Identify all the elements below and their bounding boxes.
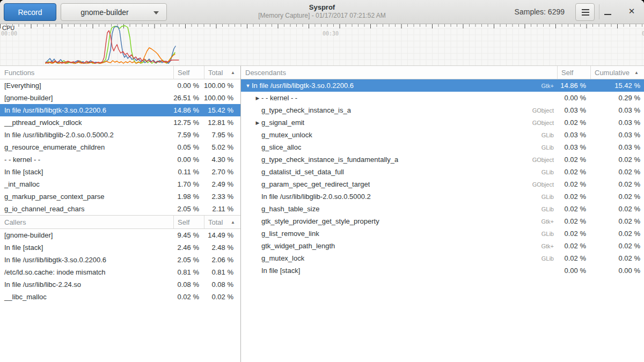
function-name: _int_malloc [0, 180, 173, 188]
table-row[interactable]: In file /usr/lib/libc-2.24.so 0.08 % 0.0… [0, 278, 240, 291]
function-name: In file [stack] [0, 243, 173, 252]
self-percent: 12.75 % [173, 119, 204, 127]
function-name: In file /usr/lib/libglib-2.0.so.0.5000.2 [261, 193, 371, 201]
table-row[interactable]: - - kernel - - 0.00 % 4.30 % [0, 153, 240, 166]
self-percent: 0.11 % [173, 168, 204, 176]
cumulative-percent: 0.02 % [590, 217, 644, 225]
self-percent: 0.02 % [557, 254, 590, 262]
function-name-cell: g_slice_alloc GLib [241, 143, 557, 151]
time-label-start: 00:00 [1, 31, 17, 36]
function-name-cell: g_param_spec_get_redirect_target GObject [241, 180, 557, 188]
function-name: In file /usr/lib/libgtk-3.so.0.2200.6 [0, 256, 173, 264]
total-percent: 0.81 % [204, 268, 240, 276]
table-row[interactable]: [gnome-builder] 9.45 % 14.49 % [0, 229, 240, 241]
tree-row[interactable]: g_hash_table_size GLib 0.02 % 0.02 % [241, 203, 644, 215]
cumulative-column-header[interactable]: Cumulative ▲ [590, 66, 644, 79]
total-percent: 7.95 % [204, 131, 240, 139]
menu-button[interactable] [575, 3, 595, 21]
total-column-label: Total [208, 69, 223, 77]
record-button[interactable]: Record [4, 3, 56, 21]
table-row[interactable]: In file [stack] 0.11 % 2.70 % [0, 166, 240, 178]
tree-row[interactable]: g_slice_alloc GLib 0.03 % 0.03 % [241, 141, 644, 153]
total-percent: 100.00 % [204, 94, 240, 102]
self-column-header[interactable]: Self [173, 66, 204, 79]
tree-row[interactable]: g_list_remove_link GLib 0.02 % 0.02 % [241, 227, 644, 240]
library-tag: GObject [527, 120, 557, 126]
tree-row[interactable]: g_datalist_id_set_data_full GLib 0.02 % … [241, 166, 644, 178]
table-row[interactable]: g_markup_parse_context_parse 1.98 % 2.33… [0, 190, 240, 203]
callers-rows: [gnome-builder] 9.45 % 14.49 % In file [… [0, 229, 240, 303]
function-name: g_hash_table_size [261, 205, 319, 213]
table-row[interactable]: /etc/ld.so.cache: inode mismatch 0.81 % … [0, 266, 240, 278]
callers-column-header[interactable]: Callers [0, 216, 173, 228]
close-icon: ✕ [628, 6, 635, 16]
function-name-cell: In file [stack] [241, 267, 557, 275]
table-row[interactable]: __pthread_rwlock_rdlock 12.75 % 12.81 % [0, 116, 240, 129]
tree-row[interactable]: g_mutex_unlock GLib 0.03 % 0.03 % [241, 129, 644, 141]
total-percent: 2.33 % [204, 193, 240, 201]
library-tag: Gtk+ [536, 243, 557, 249]
process-selector-dropdown[interactable]: gnome-builder [61, 3, 167, 21]
functions-rows: [Everything] 0.00 % 100.00 % [gnome-buil… [0, 79, 240, 215]
tree-row[interactable]: g_param_spec_get_redirect_target GObject… [241, 178, 644, 190]
function-name-cell: g_datalist_id_set_data_full GLib [241, 168, 557, 176]
self-percent: 0.00 % [173, 156, 204, 164]
close-button[interactable]: ✕ [626, 4, 637, 18]
self-percent: 0.00 % [557, 267, 590, 275]
function-name: In file /usr/lib/libgtk-3.so.0.2200.6 [0, 106, 173, 114]
function-name: gtk_widget_path_length [261, 242, 335, 250]
table-row[interactable]: [gnome-builder] 26.51 % 100.00 % [0, 92, 240, 104]
tree-row[interactable]: gtk_style_provider_get_style_property Gt… [241, 215, 644, 227]
function-name-cell: ▼ In file /usr/lib/libgtk-3.so.0.2200.6 … [241, 82, 557, 90]
tree-row[interactable]: In file [stack] 0.00 % 0.00 % [241, 264, 644, 277]
self-column-header[interactable]: Self [173, 216, 204, 228]
table-row[interactable]: In file /usr/lib/libgtk-3.so.0.2200.6 2.… [0, 254, 240, 266]
expander-icon[interactable]: ▼ [244, 83, 252, 88]
table-row[interactable]: In file /usr/lib/libglib-2.0.so.0.5000.2… [0, 129, 240, 141]
header-separator [599, 4, 599, 19]
function-name: g_type_check_instance_is_a [261, 106, 351, 114]
function-name: g_signal_emit [261, 119, 304, 127]
tree-row[interactable]: gtk_widget_path_length Gtk+ 0.02 % 0.02 … [241, 240, 644, 252]
self-percent: 0.03 % [557, 106, 590, 114]
descendants-rows: ▼ In file /usr/lib/libgtk-3.so.0.2200.6 … [241, 79, 644, 277]
minimize-button[interactable] [604, 7, 612, 17]
self-percent: 0.08 % [173, 280, 204, 289]
self-percent: 2.05 % [173, 256, 204, 264]
expander-icon[interactable]: ▶ [254, 95, 261, 101]
self-column-header[interactable]: Self [557, 66, 590, 79]
table-row[interactable]: g_io_channel_read_chars 2.05 % 2.11 % [0, 203, 240, 215]
self-percent: 9.45 % [173, 231, 204, 239]
left-pane: Functions Self Total ▲ [Everything] 0.00… [0, 66, 241, 362]
library-tag: GObject [527, 107, 557, 114]
table-row[interactable]: [Everything] 0.00 % 100.00 % [0, 79, 240, 92]
tree-row[interactable]: g_mutex_lock GLib 0.02 % 0.02 % [241, 252, 644, 264]
cumulative-percent: 0.02 % [590, 180, 644, 188]
table-row[interactable]: _int_malloc 1.70 % 2.49 % [0, 178, 240, 190]
functions-column-header[interactable]: Functions [0, 66, 173, 79]
tree-row[interactable]: g_type_check_instance_is_fundamentally_a… [241, 153, 644, 166]
table-row[interactable]: __libc_malloc 0.02 % 0.02 % [0, 291, 240, 303]
self-percent: 0.00 % [173, 82, 204, 90]
total-percent: 0.02 % [204, 293, 240, 301]
expander-icon[interactable]: ▶ [254, 120, 261, 125]
total-percent: 14.49 % [204, 231, 240, 239]
cumulative-percent: 0.02 % [590, 242, 644, 250]
tree-row[interactable]: ▶ g_signal_emit GObject 0.02 % 0.03 % [241, 116, 644, 129]
cumulative-percent: 0.00 % [590, 267, 644, 275]
table-row[interactable]: In file /usr/lib/libgtk-3.so.0.2200.6 14… [0, 104, 240, 116]
descendants-column-header[interactable]: Descendants [241, 66, 557, 79]
tree-row[interactable]: In file /usr/lib/libglib-2.0.so.0.5000.2… [241, 190, 644, 203]
tree-row[interactable]: g_type_check_instance_is_a GObject 0.03 … [241, 104, 644, 116]
self-percent: 26.51 % [173, 94, 204, 102]
cpu-timeline-graph[interactable]: CPU 00:00 00:30 01:00 [0, 24, 644, 66]
total-column-header[interactable]: Total ▲ [204, 216, 240, 228]
tree-row[interactable]: ▼ In file /usr/lib/libgtk-3.so.0.2200.6 … [241, 79, 644, 92]
function-name: - - kernel - - [0, 156, 173, 164]
total-column-header[interactable]: Total ▲ [204, 66, 240, 79]
table-row[interactable]: g_resource_enumerate_children 0.05 % 5.0… [0, 141, 240, 153]
tree-row[interactable]: ▶ - - kernel - - 0.00 % 0.29 % [241, 92, 644, 104]
function-name: __libc_malloc [0, 293, 173, 301]
table-row[interactable]: In file [stack] 2.46 % 2.48 % [0, 241, 240, 254]
self-percent: 0.00 % [557, 94, 590, 102]
